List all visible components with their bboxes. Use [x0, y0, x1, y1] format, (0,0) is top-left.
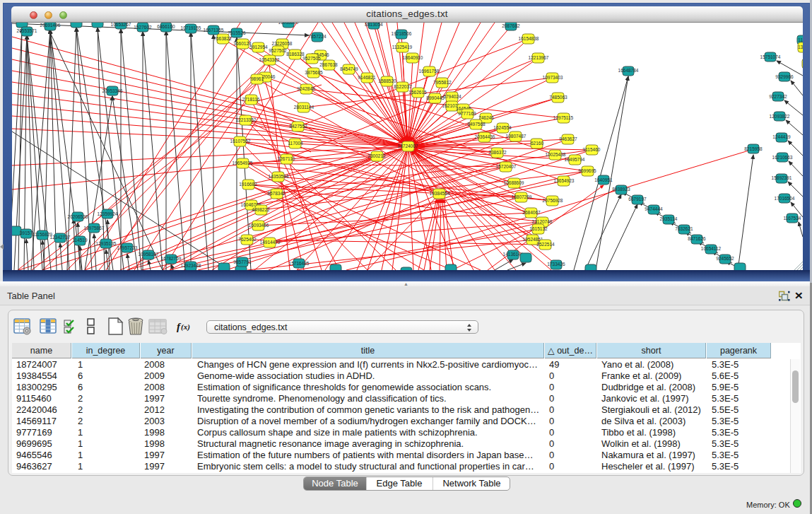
svg-text:12213967: 12213967 — [529, 55, 549, 60]
svg-text:16033809: 16033809 — [278, 23, 299, 25]
svg-text:1733426: 1733426 — [547, 262, 565, 267]
svg-text:8186328: 8186328 — [286, 52, 305, 57]
svg-text:8471626: 8471626 — [688, 236, 706, 241]
svg-text:10807487: 10807487 — [506, 134, 526, 139]
svg-text:18640910: 18640910 — [403, 55, 423, 60]
svg-text:16671355: 16671355 — [204, 28, 224, 33]
svg-text:9699695: 9699695 — [578, 168, 596, 173]
svg-text:16648784: 16648784 — [618, 68, 639, 73]
svg-text:3875685: 3875685 — [305, 70, 323, 75]
svg-text:2386372: 2386372 — [488, 150, 507, 155]
svg-text:9527502: 9527502 — [269, 48, 287, 53]
svg-text:16107552: 16107552 — [230, 139, 251, 144]
svg-text:9329966: 9329966 — [775, 74, 794, 79]
svg-text:2684067: 2684067 — [522, 210, 541, 215]
svg-text:20206536: 20206536 — [68, 214, 88, 219]
svg-text:9115460: 9115460 — [583, 147, 601, 152]
svg-text:16210663: 16210663 — [772, 155, 793, 160]
svg-text:23226058: 23226058 — [272, 41, 293, 46]
svg-text:9146821: 9146821 — [358, 75, 376, 80]
svg-text:10025438: 10025438 — [546, 152, 566, 157]
svg-text:20691406: 20691406 — [40, 23, 61, 28]
svg-text:12213352: 12213352 — [236, 117, 257, 122]
svg-text:16961758: 16961758 — [419, 69, 440, 74]
svg-text:98961: 98961 — [251, 76, 264, 81]
svg-text:17016504: 17016504 — [775, 196, 795, 201]
svg-text:1615132: 1615132 — [529, 226, 548, 231]
svg-text:28031144: 28031144 — [294, 105, 314, 110]
svg-text:2867638: 2867638 — [319, 62, 338, 67]
svg-text:11325419: 11325419 — [392, 45, 413, 49]
svg-text:14914479: 14914479 — [260, 240, 281, 245]
svg-text:9463627: 9463627 — [559, 136, 577, 141]
svg-text:2087682: 2087682 — [502, 23, 520, 28]
svg-text:7632621: 7632621 — [675, 226, 693, 231]
svg-text:7515526: 7515526 — [228, 30, 246, 35]
svg-text:7663822: 7663822 — [213, 36, 232, 41]
svg-text:13125: 13125 — [798, 45, 803, 49]
svg-text:4498222: 4498222 — [252, 207, 270, 212]
svg-text:1562615: 1562615 — [408, 90, 427, 95]
svg-text:8938923: 8938923 — [612, 187, 630, 192]
svg-text:12935135: 12935135 — [96, 241, 117, 246]
svg-text:9227342: 9227342 — [769, 94, 787, 99]
svg-text:9527505: 9527505 — [302, 56, 321, 61]
svg-text:9777169: 9777169 — [458, 111, 476, 116]
svg-text:6466160: 6466160 — [157, 24, 175, 29]
svg-text:18807269: 18807269 — [512, 194, 532, 199]
svg-text:15720407: 15720407 — [496, 164, 517, 169]
svg-text:19654925: 19654925 — [233, 160, 253, 165]
svg-text:19218506: 19218506 — [392, 31, 412, 36]
svg-text:114519: 114519 — [72, 238, 88, 243]
svg-text:15751074: 15751074 — [760, 54, 781, 59]
svg-text:62160: 62160 — [531, 141, 543, 146]
svg-text:1588520: 1588520 — [378, 78, 396, 83]
svg-text:13654923: 13654923 — [554, 178, 575, 183]
svg-text:1624554: 1624554 — [493, 125, 512, 130]
svg-text:1640951: 1640951 — [594, 177, 613, 182]
svg-text:1167534: 1167534 — [784, 216, 801, 221]
svg-text:23120746: 23120746 — [532, 219, 553, 224]
svg-text:1112: 1112 — [798, 37, 803, 42]
svg-text:10973403: 10973403 — [543, 75, 563, 80]
svg-text:12359924: 12359924 — [98, 211, 118, 216]
svg-text:8578342: 8578342 — [267, 191, 286, 196]
svg-text:12975115: 12975115 — [553, 115, 574, 120]
svg-text:19384554: 19384554 — [430, 191, 450, 196]
svg-text:9245652: 9245652 — [716, 256, 734, 261]
svg-text:5912954: 5912954 — [249, 45, 268, 49]
svg-text:20953346: 20953346 — [102, 88, 123, 93]
svg-text:16093466: 16093466 — [249, 223, 269, 228]
svg-text:10543362: 10543362 — [259, 57, 280, 62]
svg-text:16782759: 16782759 — [161, 256, 182, 261]
svg-text:15892391: 15892391 — [772, 175, 792, 180]
svg-text:1916682: 1916682 — [239, 182, 257, 187]
svg-text:39157: 39157 — [20, 230, 33, 235]
svg-text:12342737: 12342737 — [50, 235, 71, 240]
svg-text:15716485: 15716485 — [289, 261, 310, 266]
svg-text:(x): (x) — [181, 322, 190, 332]
svg-text:1527602: 1527602 — [134, 25, 152, 30]
svg-text:3267110: 3267110 — [278, 156, 295, 161]
svg-text:7955812: 7955812 — [433, 80, 452, 85]
svg-text:3660124: 3660124 — [233, 41, 252, 46]
svg-text:10654112: 10654112 — [701, 246, 722, 251]
svg-text:7485063: 7485063 — [549, 95, 567, 100]
svg-text:1244419: 1244419 — [772, 134, 791, 139]
svg-text:9242848: 9242848 — [297, 86, 315, 91]
svg-text:16495794: 16495794 — [565, 157, 585, 162]
svg-text:2522514: 2522514 — [536, 242, 555, 247]
svg-text:6497568: 6497568 — [467, 122, 486, 127]
svg-text:10653267: 10653267 — [111, 23, 131, 27]
svg-text:8215958: 8215958 — [744, 146, 763, 151]
svg-text:2300212: 2300212 — [367, 153, 386, 158]
svg-text:20756928: 20756928 — [543, 198, 563, 203]
svg-text:6679197: 6679197 — [628, 197, 647, 201]
svg-text:10688609: 10688609 — [504, 180, 524, 185]
svg-text:8427552: 8427552 — [289, 124, 307, 129]
svg-text:20553571: 20553571 — [17, 28, 37, 33]
svg-text:9857791: 9857791 — [233, 259, 252, 264]
svg-text:10958107: 10958107 — [139, 252, 159, 257]
svg-text:10719155: 10719155 — [181, 25, 201, 30]
svg-text:18724007: 18724007 — [398, 144, 418, 148]
